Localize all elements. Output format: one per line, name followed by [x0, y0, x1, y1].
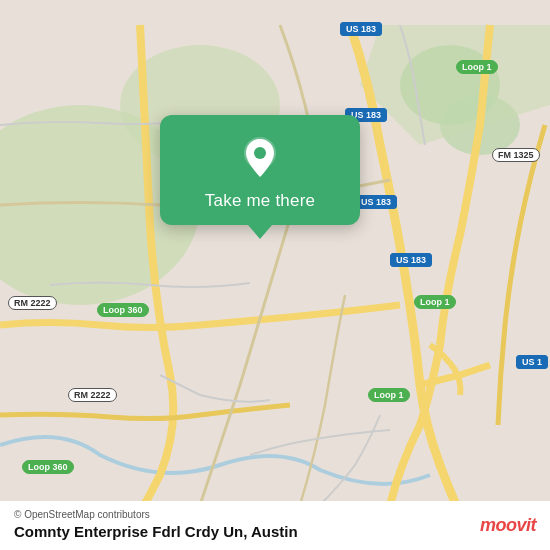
road-label-loop360-2: Loop 360	[22, 460, 74, 474]
moovit-logo-text: moovit	[480, 515, 536, 536]
map-attribution: © OpenStreetMap contributors	[14, 509, 536, 520]
take-me-there-button[interactable]: Take me there	[205, 191, 315, 211]
map-background	[0, 0, 550, 550]
popup-card[interactable]: Take me there	[160, 115, 360, 225]
road-label-rm2222-2: RM 2222	[68, 388, 117, 402]
road-label-us183-3: US 183	[355, 195, 397, 209]
road-label-rm2222-1: RM 2222	[8, 296, 57, 310]
road-label-loop1-2: Loop 1	[414, 295, 456, 309]
svg-point-7	[254, 147, 266, 159]
road-label-us183-4: US 183	[390, 253, 432, 267]
road-label-loop1-1: Loop 1	[456, 60, 498, 74]
location-pin-icon	[236, 133, 284, 181]
road-label-us1: US 1	[516, 355, 548, 369]
road-label-loop1-3: Loop 1	[368, 388, 410, 402]
location-name: Comnty Enterprise Fdrl Crdy Un, Austin	[14, 523, 536, 540]
moovit-logo: moovit	[480, 515, 536, 536]
road-label-loop360-1: Loop 360	[97, 303, 149, 317]
road-label-fm1325: FM 1325	[492, 148, 540, 162]
bottom-bar: © OpenStreetMap contributors Comnty Ente…	[0, 501, 550, 550]
road-label-us183-1: US 183	[340, 22, 382, 36]
map-container: US 183 US 183 US 183 US 183 Loop 1 Loop …	[0, 0, 550, 550]
